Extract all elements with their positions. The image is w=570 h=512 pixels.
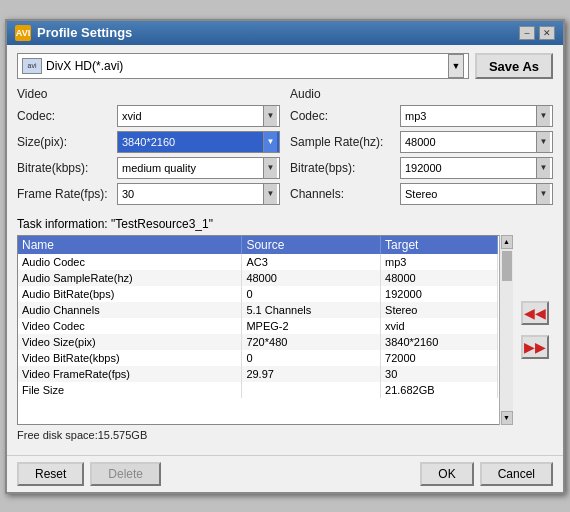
task-info-label: Task information: "TestResource3_1"	[17, 217, 553, 231]
audio-bitrate-arrow[interactable]: ▼	[536, 158, 550, 178]
audio-codec-label: Codec:	[290, 109, 400, 123]
save-as-button[interactable]: Save As	[475, 53, 553, 79]
task-table-body: Audio CodecAC3mp3Audio SampleRate(hz)480…	[18, 254, 498, 398]
bottom-left-buttons: Reset Delete	[17, 462, 161, 486]
audio-samplerate-value: 48000	[403, 136, 536, 148]
video-size-select[interactable]: 3840*2160 ▼	[117, 131, 280, 153]
minimize-button[interactable]: –	[519, 26, 535, 40]
scroll-down-button[interactable]: ▼	[501, 411, 513, 425]
profile-select[interactable]: avi DivX HD(*.avi) ▼	[17, 53, 469, 79]
video-framerate-select[interactable]: 30 ▼	[117, 183, 280, 205]
table-scrollbar[interactable]: ▲ ▼	[499, 235, 513, 425]
audio-channels-arrow[interactable]: ▼	[536, 184, 550, 204]
table-row: File Size21.682GB	[18, 382, 498, 398]
video-codec-label: Codec:	[17, 109, 117, 123]
close-button[interactable]: ✕	[539, 26, 555, 40]
profile-row: avi DivX HD(*.avi) ▼ Save As	[17, 53, 553, 79]
video-codec-select[interactable]: xvid ▼	[117, 105, 280, 127]
audio-bitrate-value: 192000	[403, 162, 536, 174]
video-size-label: Size(pix):	[17, 135, 117, 149]
profile-settings-window: AVI Profile Settings – ✕ avi DivX HD(*.a…	[5, 19, 565, 494]
col-name-header: Name	[18, 236, 242, 254]
table-row: Audio SampleRate(hz)4800048000	[18, 270, 498, 286]
profile-select-text: DivX HD(*.avi)	[46, 59, 444, 73]
profile-file-icon: avi	[22, 58, 42, 74]
window-icon: AVI	[15, 25, 31, 41]
nav-forward-button[interactable]: ▶▶	[521, 335, 549, 359]
video-codec-row: Codec: xvid ▼	[17, 105, 280, 127]
window-title: Profile Settings	[37, 25, 132, 40]
col-source-header: Source	[242, 236, 381, 254]
video-bitrate-select[interactable]: medium quality ▼	[117, 157, 280, 179]
video-bitrate-value: medium quality	[120, 162, 263, 174]
task-table-container[interactable]: Name Source Target Audio CodecAC3mp3Audi…	[17, 235, 513, 425]
bottom-right-buttons: OK Cancel	[420, 462, 553, 486]
table-row: Audio CodecAC3mp3	[18, 254, 498, 270]
audio-samplerate-select[interactable]: 48000 ▼	[400, 131, 553, 153]
task-info-section: Task information: "TestResource3_1" Name…	[17, 217, 553, 441]
title-bar-left: AVI Profile Settings	[15, 25, 132, 41]
audio-bitrate-select[interactable]: 192000 ▼	[400, 157, 553, 179]
ok-button[interactable]: OK	[420, 462, 473, 486]
nav-buttons: ◀◀ ▶▶	[517, 235, 553, 425]
table-row: Audio BitRate(bps)0192000	[18, 286, 498, 302]
video-size-value: 3840*2160	[120, 136, 263, 148]
audio-samplerate-row: Sample Rate(hz): 48000 ▼	[290, 131, 553, 153]
col-target-header: Target	[381, 236, 498, 254]
audio-channels-select[interactable]: Stereo ▼	[400, 183, 553, 205]
bottom-bar: Reset Delete OK Cancel	[7, 455, 563, 492]
table-row: Video BitRate(kbps)072000	[18, 350, 498, 366]
audio-channels-value: Stereo	[403, 188, 536, 200]
scroll-up-button[interactable]: ▲	[501, 235, 513, 249]
profile-dropdown-arrow[interactable]: ▼	[448, 54, 464, 78]
audio-codec-row: Codec: mp3 ▼	[290, 105, 553, 127]
video-section-label: Video	[17, 87, 280, 101]
audio-column: Audio Codec: mp3 ▼ Sample Rate(hz): 4800…	[290, 87, 553, 209]
video-size-row: Size(pix): 3840*2160 ▼	[17, 131, 280, 153]
audio-channels-label: Channels:	[290, 187, 400, 201]
title-bar: AVI Profile Settings – ✕	[7, 21, 563, 45]
audio-bitrate-row: Bitrate(bps): 192000 ▼	[290, 157, 553, 179]
video-bitrate-label: Bitrate(kbps):	[17, 161, 117, 175]
nav-back-button[interactable]: ◀◀	[521, 301, 549, 325]
video-bitrate-arrow[interactable]: ▼	[263, 158, 277, 178]
video-framerate-arrow[interactable]: ▼	[263, 184, 277, 204]
audio-codec-select[interactable]: mp3 ▼	[400, 105, 553, 127]
audio-section-label: Audio	[290, 87, 553, 101]
video-size-arrow[interactable]: ▼	[263, 132, 277, 152]
table-row: Audio Channels5.1 ChannelsStereo	[18, 302, 498, 318]
table-row: Video Size(pix)720*4803840*2160	[18, 334, 498, 350]
video-codec-value: xvid	[120, 110, 263, 122]
free-disk-label: Free disk space:15.575GB	[17, 429, 553, 441]
video-framerate-value: 30	[120, 188, 263, 200]
audio-bitrate-label: Bitrate(bps):	[290, 161, 400, 175]
settings-columns: Video Codec: xvid ▼ Size(pix): 3840*2160…	[17, 87, 553, 209]
audio-channels-row: Channels: Stereo ▼	[290, 183, 553, 205]
audio-codec-value: mp3	[403, 110, 536, 122]
title-controls: – ✕	[519, 26, 555, 40]
delete-button: Delete	[90, 462, 161, 486]
window-content: avi DivX HD(*.avi) ▼ Save As Video Codec…	[7, 45, 563, 455]
video-framerate-label: Frame Rate(fps):	[17, 187, 117, 201]
scroll-thumb[interactable]	[502, 251, 512, 281]
table-header-row: Name Source Target	[18, 236, 498, 254]
task-table: Name Source Target Audio CodecAC3mp3Audi…	[18, 236, 498, 398]
audio-samplerate-arrow[interactable]: ▼	[536, 132, 550, 152]
video-column: Video Codec: xvid ▼ Size(pix): 3840*2160…	[17, 87, 280, 209]
video-framerate-row: Frame Rate(fps): 30 ▼	[17, 183, 280, 205]
video-codec-arrow[interactable]: ▼	[263, 106, 277, 126]
audio-codec-arrow[interactable]: ▼	[536, 106, 550, 126]
cancel-button[interactable]: Cancel	[480, 462, 553, 486]
table-row: Video CodecMPEG-2xvid	[18, 318, 498, 334]
audio-samplerate-label: Sample Rate(hz):	[290, 135, 400, 149]
task-table-wrapper: Name Source Target Audio CodecAC3mp3Audi…	[17, 235, 513, 425]
video-bitrate-row: Bitrate(kbps): medium quality ▼	[17, 157, 280, 179]
table-row: Video FrameRate(fps)29.9730	[18, 366, 498, 382]
reset-button[interactable]: Reset	[17, 462, 84, 486]
